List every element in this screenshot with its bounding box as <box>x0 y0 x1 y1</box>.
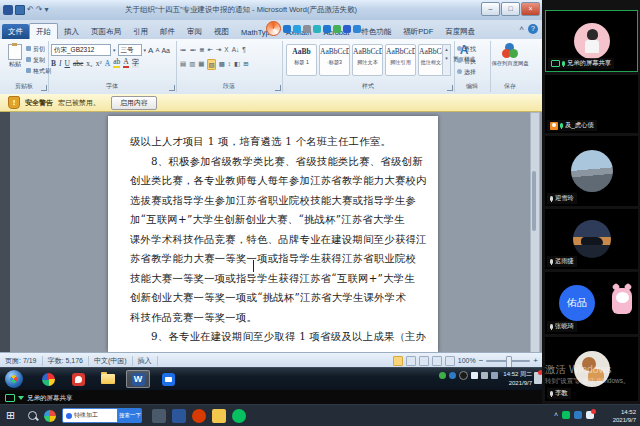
align-left-icon[interactable]: ▤ <box>180 59 186 70</box>
task-view-icon[interactable] <box>44 410 56 422</box>
font-dialog-launcher[interactable] <box>169 85 175 91</box>
search-icon[interactable] <box>28 411 37 420</box>
sort-icon[interactable]: A↓ <box>232 45 240 54</box>
search-go-button[interactable]: 搜索一下 <box>118 408 142 423</box>
highlight-color-icon[interactable]: ab <box>113 58 120 68</box>
style-chip[interactable]: AaBb 标题 1 <box>286 44 317 76</box>
win7-start-button[interactable] <box>5 370 23 388</box>
tab-page-layout[interactable]: 页面布局 <box>85 24 127 39</box>
tab-review[interactable]: 审阅 <box>181 24 208 39</box>
vertical-scrollbar[interactable] <box>530 112 540 352</box>
select-button[interactable]: 选择 <box>457 68 476 77</box>
tab-view[interactable]: 视图 <box>208 24 235 39</box>
tray-notification-icon[interactable] <box>534 372 542 384</box>
tab-mailings[interactable]: 邮件 <box>154 24 181 39</box>
minimize-ribbon-icon[interactable]: ˄ <box>519 24 524 34</box>
asian-layout-icon[interactable]: X <box>224 45 228 54</box>
close-button[interactable]: × <box>521 2 540 16</box>
shading-icon[interactable]: ◧ <box>234 59 240 70</box>
taskbar-red-app-icon[interactable] <box>66 370 90 388</box>
grow-font-icon[interactable]: A <box>148 46 153 55</box>
paragraph-dialog-launcher[interactable] <box>275 85 281 91</box>
view-fullscreen-icon[interactable] <box>406 356 416 366</box>
styles-dialog-launcher[interactable] <box>447 85 453 91</box>
status-language[interactable]: 中文(中国) <box>89 356 133 366</box>
character-shading-icon[interactable]: 字 <box>132 58 140 68</box>
distribute-icon[interactable]: ▩ <box>219 59 225 70</box>
overlay-tool-icon[interactable] <box>283 25 291 33</box>
find-button[interactable]: 查找 <box>457 45 476 54</box>
align-right-icon[interactable]: ▦ <box>198 59 204 70</box>
overlay-tool-icon[interactable] <box>303 25 311 33</box>
show-marks-icon[interactable]: ¶ <box>242 45 246 54</box>
enable-content-button[interactable]: 启用内容 <box>111 96 157 110</box>
justify-icon[interactable]: ▧ <box>207 59 215 70</box>
replace-button[interactable]: 替换 <box>457 57 476 66</box>
numbering-icon[interactable]: ≕ <box>190 45 197 54</box>
tray-ime-icon[interactable] <box>471 372 478 379</box>
overlay-tool-icon[interactable] <box>313 25 321 33</box>
participant-tile-screen-share[interactable]: 兄弟的屏幕共享 <box>545 10 638 72</box>
overlay-tool-icon[interactable] <box>323 25 331 33</box>
font-size-combo[interactable]: 三号 <box>118 44 142 56</box>
text-effects-icon[interactable]: A <box>105 59 110 68</box>
win10-start-button[interactable]: ⊞ <box>6 410 15 421</box>
style-chip[interactable]: AaBbCcDd ·标题3 <box>319 44 350 76</box>
taskbar-explorer-icon[interactable] <box>96 370 120 388</box>
tray-antivirus-icon[interactable] <box>439 372 446 379</box>
win10-clock[interactable]: 14:52 2021/9/7 <box>613 408 636 424</box>
document-page[interactable]: 级以上人才项目 1 项，培育遴选 1 个名班主任工作室。 8、积极参加省级教学类… <box>108 116 438 352</box>
zoom-out-button[interactable]: − <box>479 357 484 365</box>
overlay-swirl-icon[interactable] <box>266 21 281 36</box>
tray-notification-icon[interactable] <box>586 411 594 419</box>
participant-tile[interactable]: 李教 <box>545 337 638 401</box>
tray-wechat-icon[interactable] <box>562 411 570 419</box>
scrollbar-thumb[interactable] <box>532 171 536 231</box>
participant-tile[interactable]: 佑品 张晓琦 <box>545 272 638 334</box>
save-to-netdisk-button[interactable]: 保存到百度网盘 <box>490 43 530 66</box>
tray-volume-icon[interactable] <box>481 372 488 379</box>
tab-special-features[interactable]: 特色功能 <box>355 24 397 39</box>
status-insert-mode[interactable]: 插入 <box>133 356 158 366</box>
taskbar-app-icon[interactable] <box>192 409 206 423</box>
participant-tile[interactable]: 迟雨捷 <box>545 209 638 269</box>
maximize-button[interactable]: □ <box>501 2 520 16</box>
view-draft-icon[interactable] <box>445 356 455 366</box>
status-page[interactable]: 页面: 7/19 <box>0 356 43 366</box>
borders-icon[interactable]: ⊞ <box>243 59 248 70</box>
align-center-icon[interactable]: ▥ <box>189 59 195 70</box>
zoom-level[interactable]: 100% <box>458 357 476 364</box>
decrease-indent-icon[interactable]: ⇤ <box>207 45 212 54</box>
tray-app-icon[interactable] <box>574 411 582 419</box>
help-icon[interactable]: ? <box>528 24 538 34</box>
line-spacing-icon[interactable]: ↕ <box>228 59 231 70</box>
increase-indent-icon[interactable]: ⇥ <box>216 45 221 54</box>
tab-insert[interactable]: 插入 <box>58 24 85 39</box>
document-area[interactable]: 级以上人才项目 1 项，培育遴选 1 个名班主任工作室。 8、积极参加省级教学类… <box>0 112 542 352</box>
overlay-tool-icon[interactable] <box>333 25 341 33</box>
overlay-tool-icon[interactable] <box>343 25 351 33</box>
font-color-icon[interactable]: A <box>123 58 128 68</box>
win7-clock[interactable]: 14:52 周二 2021/9/7 <box>503 370 532 388</box>
styles-scroll-up-icon[interactable]: ▴ <box>443 45 450 54</box>
view-web-layout-icon[interactable] <box>419 356 429 366</box>
zoom-in-button[interactable]: + <box>533 357 538 365</box>
styles-scrollbar[interactable]: ▴ ▾ <box>442 44 451 76</box>
tray-app-icon[interactable] <box>449 372 456 379</box>
taskbar-meeting-icon[interactable] <box>156 370 180 388</box>
tray-network-icon[interactable] <box>491 372 498 379</box>
italic-button[interactable]: I <box>59 59 62 68</box>
taskbar-word-icon[interactable]: W <box>126 370 150 388</box>
taskbar-folder-icon[interactable] <box>212 409 226 423</box>
clipboard-dialog-launcher[interactable] <box>41 85 47 91</box>
view-print-layout-icon[interactable] <box>393 356 403 366</box>
change-case-icon[interactable]: Aa <box>161 47 170 54</box>
style-chip[interactable]: AaBbCcDdE 脚注文本 <box>352 44 383 76</box>
minimize-button[interactable]: – <box>481 2 500 16</box>
strikethrough-button[interactable]: abc <box>73 59 83 68</box>
bullets-icon[interactable]: ≔ <box>180 45 187 54</box>
tab-baidu-netdisk[interactable]: 百度网盘 <box>439 24 481 39</box>
view-outline-icon[interactable] <box>432 356 442 366</box>
taskbar-wechat-icon[interactable] <box>232 409 246 423</box>
styles-scroll-down-icon[interactable]: ▾ <box>443 54 450 63</box>
